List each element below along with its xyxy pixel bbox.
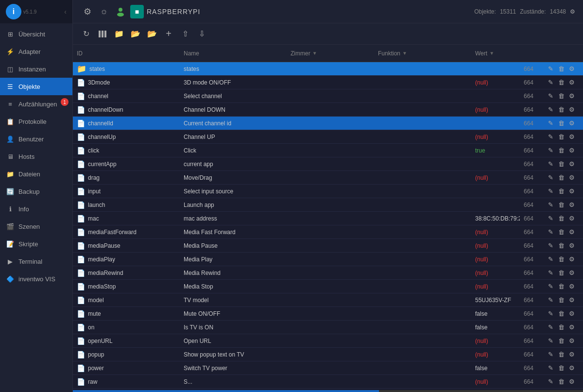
row-settings-button[interactable]: ⚙ <box>567 187 576 196</box>
delete-button[interactable]: 🗑 <box>557 214 566 223</box>
delete-button[interactable]: 🗑 <box>557 187 566 196</box>
func-sort-icon[interactable]: ▼ <box>402 51 407 56</box>
sidebar-item-info[interactable]: ℹInfo <box>0 200 72 218</box>
row-settings-button[interactable]: ⚙ <box>567 78 576 87</box>
table-row[interactable]: 📄channelUpChannel UP(null)664✎🗑⚙ <box>73 130 583 144</box>
row-settings-button[interactable]: ⚙ <box>567 105 576 114</box>
delete-button[interactable]: 🗑 <box>557 65 566 73</box>
settings-icon[interactable]: ⚙ <box>81 5 94 18</box>
delete-button[interactable]: 🗑 <box>557 92 566 101</box>
edit-button[interactable]: ✎ <box>546 65 555 73</box>
table-row[interactable]: 📄mediaStopMedia Stop(null)664✎🗑⚙ <box>73 280 583 293</box>
row-settings-button[interactable]: ⚙ <box>567 160 576 169</box>
table-row[interactable]: 📄channelDownChannel DOWN(null)664✎🗑⚙ <box>73 103 583 117</box>
columns-button[interactable] <box>95 27 110 41</box>
sidebar-item-backup[interactable]: 🔄Backup <box>0 183 72 200</box>
delete-button[interactable]: 🗑 <box>557 350 566 359</box>
table-row[interactable]: 📄muteMute ON/OFFfalse664✎🗑⚙ <box>73 307 583 321</box>
delete-button[interactable]: 🗑 <box>557 241 566 250</box>
edit-button[interactable]: ✎ <box>546 228 555 237</box>
edit-button[interactable]: ✎ <box>546 214 555 223</box>
sidebar-item-skripte[interactable]: 📝Skripte <box>0 235 72 253</box>
user-icon[interactable] <box>114 5 127 18</box>
edit-button[interactable]: ✎ <box>546 133 555 141</box>
row-settings-button[interactable]: ⚙ <box>567 296 576 305</box>
table-row[interactable]: 📄clickClicktrue664✎🗑⚙ <box>73 144 583 157</box>
sidebar-item-uebersicht[interactable]: ⊞Übersicht <box>0 25 72 43</box>
edit-button[interactable]: ✎ <box>546 255 555 264</box>
edit-button[interactable]: ✎ <box>546 119 555 128</box>
edit-button[interactable]: ✎ <box>546 377 555 386</box>
table-row[interactable]: 📄inputSelect input source664✎🗑⚙ <box>73 185 583 198</box>
sidebar-item-dateien[interactable]: 📁Dateien <box>0 165 72 183</box>
row-settings-button[interactable]: ⚙ <box>567 214 576 223</box>
table-row[interactable]: 📄mediaFastForwardMedia Fast Forward(null… <box>73 225 583 239</box>
delete-button[interactable]: 🗑 <box>557 323 566 332</box>
table-row[interactable]: 📄channelIdCurrent channel id664✎🗑⚙ <box>73 117 583 130</box>
edit-button[interactable]: ✎ <box>546 350 555 359</box>
row-settings-button[interactable]: ⚙ <box>567 364 576 373</box>
edit-button[interactable]: ✎ <box>546 364 555 373</box>
table-row[interactable]: 📄mediaPlayMedia Play(null)664✎🗑⚙ <box>73 253 583 266</box>
table-row[interactable]: 📄channelSelect channel664✎🗑⚙ <box>73 89 583 103</box>
upload-button[interactable]: ⇧ <box>178 27 192 41</box>
delete-button[interactable]: 🗑 <box>557 146 566 155</box>
sidebar-item-instanzen[interactable]: ◫Instanzen <box>0 60 72 78</box>
table-row[interactable]: 📄dragMove/Drag(null)664✎🗑⚙ <box>73 171 583 185</box>
delete-button[interactable]: 🗑 <box>557 282 566 291</box>
row-settings-button[interactable]: ⚙ <box>567 255 576 264</box>
table-row[interactable]: 📄currentAppcurrent app664✎🗑⚙ <box>73 157 583 171</box>
table-row[interactable]: 📄3Dmode3D mode ON/OFF(null)664✎🗑⚙ <box>73 76 583 89</box>
delete-button[interactable]: 🗑 <box>557 269 566 277</box>
table-row[interactable]: 📄modelTV model55UJ635V-ZF664✎🗑⚙ <box>73 293 583 307</box>
folder-closed-button[interactable]: 📁 <box>112 27 126 41</box>
delete-button[interactable]: 🗑 <box>557 105 566 114</box>
sidebar-collapse-button[interactable]: ‹ <box>64 8 67 16</box>
sidebar-item-adapter[interactable]: ⚡Adapter <box>0 43 72 60</box>
delete-button[interactable]: 🗑 <box>557 255 566 264</box>
edit-button[interactable]: ✎ <box>546 160 555 169</box>
delete-button[interactable]: 🗑 <box>557 201 566 209</box>
row-settings-button[interactable]: ⚙ <box>567 133 576 141</box>
sidebar-item-aufzaehlungen[interactable]: ≡Aufzählungen1 <box>0 95 72 113</box>
delete-button[interactable]: 🗑 <box>557 228 566 237</box>
row-settings-button[interactable]: ⚙ <box>567 241 576 250</box>
delete-button[interactable]: 🗑 <box>557 119 566 128</box>
edit-button[interactable]: ✎ <box>546 201 555 209</box>
theme-icon[interactable]: ☼ <box>97 5 111 18</box>
row-settings-button[interactable]: ⚙ <box>567 309 576 318</box>
sidebar-item-benutzer[interactable]: 👤Benutzer <box>0 130 72 148</box>
folder-open-button[interactable]: 📂 <box>128 27 143 41</box>
delete-button[interactable]: 🗑 <box>557 364 566 373</box>
delete-button[interactable]: 🗑 <box>557 160 566 169</box>
sidebar-item-objekte[interactable]: ☰Objekte <box>0 78 72 95</box>
delete-button[interactable]: 🗑 <box>557 133 566 141</box>
add-button[interactable]: + <box>161 27 176 41</box>
edit-button[interactable]: ✎ <box>546 241 555 250</box>
sidebar-item-szenen[interactable]: 🎬Szenen <box>0 218 72 235</box>
table-row[interactable]: 📄macmac address38:8C:50:DB:79:2A664✎🗑⚙ <box>73 212 583 225</box>
edit-button[interactable]: ✎ <box>546 187 555 196</box>
delete-button[interactable]: 🗑 <box>557 309 566 318</box>
row-settings-button[interactable]: ⚙ <box>567 228 576 237</box>
edit-button[interactable]: ✎ <box>546 337 555 345</box>
row-settings-button[interactable]: ⚙ <box>567 377 576 386</box>
sidebar-item-terminal[interactable]: ▶Terminal <box>0 253 72 270</box>
table-row[interactable]: 📄openURLOpen URL(null)664✎🗑⚙ <box>73 334 583 348</box>
sidebar-item-inventwo[interactable]: 🔷inventwo VIS <box>0 270 72 288</box>
row-settings-button[interactable]: ⚙ <box>567 282 576 291</box>
val-sort-icon[interactable]: ▼ <box>489 51 494 56</box>
table-row[interactable]: 📄popupShow popup text on TV(null)664✎🗑⚙ <box>73 348 583 361</box>
edit-button[interactable]: ✎ <box>546 173 555 182</box>
download-button[interactable]: ⇩ <box>194 27 209 41</box>
edit-button[interactable]: ✎ <box>546 282 555 291</box>
table-row[interactable]: 📄rawS...(null)664✎🗑⚙ <box>73 375 583 389</box>
edit-button[interactable]: ✎ <box>546 296 555 305</box>
row-settings-button[interactable]: ⚙ <box>567 173 576 182</box>
refresh-button[interactable]: ↻ <box>79 27 93 41</box>
table-row[interactable]: 📄launchLaunch app664✎🗑⚙ <box>73 198 583 212</box>
table-row[interactable]: 📄onIs TV is ONfalse664✎🗑⚙ <box>73 321 583 334</box>
row-settings-button[interactable]: ⚙ <box>567 146 576 155</box>
table-row[interactable]: 📄powerSwitch TV powerfalse664✎🗑⚙ <box>73 361 583 375</box>
row-settings-button[interactable]: ⚙ <box>567 92 576 101</box>
